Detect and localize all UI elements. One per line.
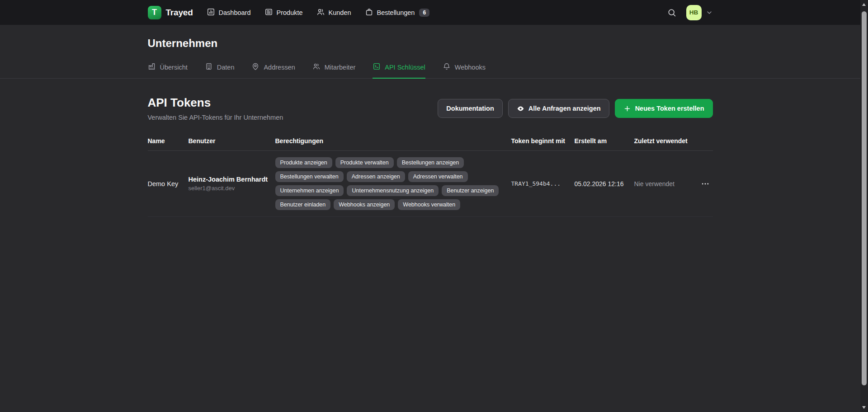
user-email: seller1@ascit.dev (189, 185, 275, 192)
account-menu[interactable]: HB (686, 5, 713, 20)
column-header-name: Name (148, 137, 189, 150)
search-button[interactable] (667, 8, 676, 17)
scrollbar-thumb[interactable] (862, 11, 867, 385)
permission-chip: Adressen anzeigen (347, 171, 405, 182)
factory-icon (148, 62, 156, 72)
tab-label: API Schlüssel (385, 64, 425, 71)
permission-chip: Benutzer einladen (275, 199, 331, 210)
tab-uebersicht[interactable]: Übersicht (148, 62, 188, 79)
last-used: Nie verwendet (634, 180, 694, 187)
bestellungen-count-badge: 6 (419, 9, 429, 17)
column-header-erstellt: Erstellt am (575, 137, 634, 150)
user-name: Heinz-Joachim Bernhardt (189, 176, 275, 183)
top-navigation-bar: T Trayed Dashboard Produkte (0, 0, 860, 25)
token-user: Heinz-Joachim Bernhardt seller1@ascit.de… (189, 176, 275, 192)
main-nav: Dashboard Produkte Kunden (207, 8, 430, 18)
nav-item-label: Produkte (277, 9, 303, 16)
brand-logo[interactable]: T Trayed (148, 6, 193, 19)
ellipsis-icon (701, 179, 710, 188)
scrollbar-up-arrow-icon[interactable] (862, 3, 866, 6)
map-pin-icon (251, 62, 259, 72)
tab-label: Übersicht (160, 64, 188, 71)
view-all-requests-button[interactable]: Alle Anfragen anzeigen (508, 99, 609, 118)
permission-chip: Webhooks anzeigen (334, 199, 395, 210)
bell-icon (443, 62, 451, 72)
create-token-button[interactable]: Neues Token erstellen (615, 99, 713, 118)
column-header-benutzer: Benutzer (189, 137, 275, 150)
scrollbar-down-arrow-icon[interactable] (862, 406, 866, 409)
documentation-button[interactable]: Dokumentation (438, 99, 503, 118)
nav-item-kunden[interactable]: Kunden (316, 8, 351, 18)
terminal-icon (373, 62, 381, 72)
permissions-list: Produkte anzeigen Produkte verwalten Bes… (275, 157, 511, 210)
tab-label: Mitarbeiter (325, 64, 356, 71)
permission-chip: Benutzer anzeigen (442, 185, 499, 196)
column-header-zuletzt: Zuletzt verwendet (634, 137, 694, 150)
permission-chip: Produkte anzeigen (275, 157, 332, 168)
main-content: API Tokens Verwalten Sie API-Tokens für … (148, 96, 713, 217)
tab-bar: Übersicht Daten Addressen (148, 62, 713, 79)
avatar: HB (686, 5, 702, 20)
token-prefix: TRAY1_594b4... (511, 180, 575, 187)
page-header: Unternehmen Übersicht Daten (0, 25, 860, 79)
nav-item-bestellungen[interactable]: Bestellungen 6 (365, 8, 430, 18)
nav-item-dashboard[interactable]: Dashboard (207, 8, 251, 18)
tab-addressen[interactable]: Addressen (251, 62, 295, 79)
tab-api-schluessel[interactable]: API Schlüssel (373, 62, 425, 79)
page-title: Unternehmen (148, 25, 713, 50)
nav-item-label: Kunden (329, 9, 351, 16)
shopping-bag-icon (365, 8, 373, 18)
permission-chip: Adressen verwalten (408, 171, 468, 182)
tab-daten[interactable]: Daten (205, 62, 235, 79)
tab-label: Addressen (264, 64, 295, 71)
permission-chip: Webhooks verwalten (398, 199, 460, 210)
table-row: Demo Key Heinz-Joachim Bernhardt seller1… (148, 151, 713, 217)
tab-label: Webhooks (455, 64, 486, 71)
documentation-button-label: Dokumentation (446, 105, 494, 112)
users-icon (312, 62, 321, 72)
brand-name: Trayed (166, 8, 193, 18)
created-at: 05.02.2026 12:16 (575, 180, 634, 187)
token-name: Demo Key (148, 180, 189, 187)
view-all-requests-label: Alle Anfragen anzeigen (528, 105, 601, 112)
section-title: API Tokens (148, 96, 283, 110)
nav-item-produkte[interactable]: Produkte (264, 8, 303, 18)
building-icon (205, 62, 213, 72)
api-tokens-table: Name Benutzer Berechtigungen Token begin… (148, 137, 713, 217)
tab-label: Daten (217, 64, 235, 71)
trayed-logo-icon: T (148, 6, 161, 19)
section-subtitle: Verwalten Sie API-Tokens für Ihr Unterne… (148, 114, 283, 121)
permission-chip: Unternehmensnutzung anzeigen (347, 185, 439, 196)
tab-mitarbeiter[interactable]: Mitarbeiter (312, 62, 356, 79)
row-actions-button[interactable] (698, 177, 713, 191)
users-icon (316, 8, 325, 18)
search-icon (667, 8, 676, 17)
bar-chart-icon (207, 8, 215, 18)
permission-chip: Bestellungen anzeigen (397, 157, 464, 168)
plus-icon (623, 105, 631, 112)
document-icon (264, 8, 273, 18)
column-header-token: Token beginnt mit (511, 137, 575, 150)
table-header-row: Name Benutzer Berechtigungen Token begin… (148, 137, 713, 151)
permission-chip: Unternehmen anzeigen (275, 185, 344, 196)
create-token-label: Neues Token erstellen (635, 105, 704, 112)
column-header-berechtigungen: Berechtigungen (275, 137, 511, 150)
tab-webhooks[interactable]: Webhooks (443, 62, 486, 79)
nav-item-label: Dashboard (219, 9, 251, 16)
vertical-scrollbar[interactable] (860, 0, 868, 412)
chevron-down-icon (706, 9, 713, 16)
permission-chip: Produkte verwalten (335, 157, 394, 168)
eye-icon (517, 105, 524, 112)
permission-chip: Bestellungen verwalten (275, 171, 344, 182)
nav-item-label: Bestellungen (377, 9, 415, 16)
